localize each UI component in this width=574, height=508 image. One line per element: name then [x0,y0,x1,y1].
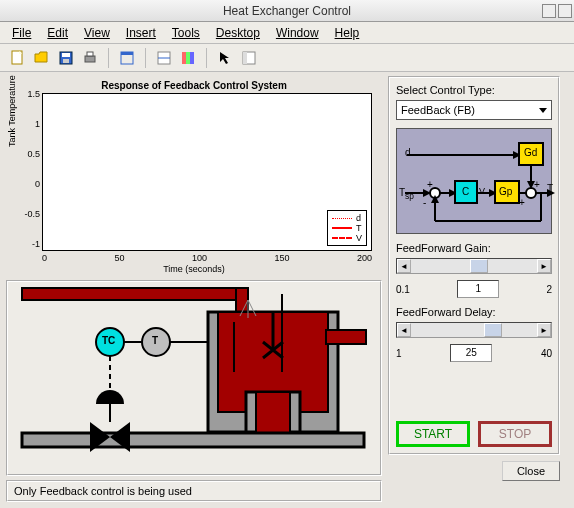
ff-gain-min: 0.1 [396,284,410,295]
left-column: Response of Feedback Control System Tank… [6,76,382,502]
stop-button[interactable]: STOP [478,421,552,447]
block-plus1: + [427,179,433,190]
chevron-down-icon [539,108,547,113]
svg-rect-22 [326,330,366,344]
gridplot-icon[interactable] [239,48,259,68]
legend-entry: T [332,223,362,233]
select-control-label: Select Control Type: [396,84,552,96]
slider-left-arrow-icon[interactable]: ◄ [397,323,411,337]
ff-gain-slider[interactable]: ◄ ► [396,258,552,274]
block-d-label: d [405,147,411,158]
chart-axes: Tank Temperature 1.5 1 0.5 0 -0.5 -1 d T [42,93,372,251]
ff-gain-value[interactable]: 1 [457,280,499,298]
block-minus1: - [423,197,426,208]
menu-help[interactable]: Help [335,26,360,40]
block-diagram: d Gd Tsp C V Gp T + - + + [396,128,552,234]
datacursor-icon[interactable] [154,48,174,68]
open-folder-icon[interactable] [32,48,52,68]
slider-right-arrow-icon[interactable]: ► [537,259,551,273]
y-ticks: 1.5 1 0.5 0 -0.5 -1 [18,89,40,247]
block-plus3: + [519,197,525,208]
system-menu-icon[interactable] [4,4,18,18]
tc-label: TC [102,335,115,346]
ff-gain-readout: 0.1 1 2 [396,280,552,298]
chart-panel: Response of Feedback Control System Tank… [6,76,382,276]
ytick: -1 [18,239,40,247]
close-button[interactable]: Close [502,461,560,481]
ff-delay-min: 1 [396,348,402,359]
menu-file[interactable]: File [12,26,31,40]
ff-delay-max: 40 [541,348,552,359]
new-file-icon[interactable] [8,48,28,68]
print-icon[interactable] [80,48,100,68]
slider-right-arrow-icon[interactable]: ► [537,323,551,337]
toolbar-separator [206,48,207,68]
svg-rect-2 [62,53,70,57]
xtick: 200 [357,253,372,263]
block-c-label: C [462,186,469,197]
start-button[interactable]: START [396,421,470,447]
toolbar-separator [108,48,109,68]
menu-desktop[interactable]: Desktop [216,26,260,40]
svg-rect-3 [63,59,69,63]
block-plus2: + [534,179,540,190]
menu-view[interactable]: View [84,26,110,40]
menu-insert[interactable]: Insert [126,26,156,40]
control-type-select[interactable]: FeedBack (FB) [396,100,552,120]
menu-window[interactable]: Window [276,26,319,40]
legend-entry: V [332,233,362,243]
process-diagram: TC T [6,280,382,476]
svg-rect-16 [236,288,248,314]
arrow-icon[interactable] [215,48,235,68]
xtick: 50 [114,253,124,263]
slider-track[interactable] [411,259,537,273]
ff-delay-value[interactable]: 25 [450,344,492,362]
ff-delay-readout: 1 25 40 [396,344,552,362]
status-text: Only Feedback control is being used [14,485,192,497]
svg-rect-12 [190,52,194,64]
block-v-label: V [479,186,485,196]
window-buttons [542,4,572,18]
layout-icon[interactable] [117,48,137,68]
minimize-button[interactable] [542,4,556,18]
control-type-value: FeedBack (FB) [401,104,475,116]
app-window: Heat Exchanger Control File Edit View In… [0,0,574,508]
block-tsp-label: Tsp [399,187,414,201]
ytick: -0.5 [18,209,40,217]
block-gp-label: Gp [499,186,512,197]
block-gd-label: Gd [524,147,537,158]
menubar: File Edit View Insert Tools Desktop Wind… [0,22,574,44]
window-title: Heat Exchanger Control [223,4,351,18]
y-axis-label: Tank Temperature [7,75,17,147]
legend-label: d [356,213,361,223]
colorbar-icon[interactable] [178,48,198,68]
ytick: 0 [18,179,40,187]
ytick: 1 [18,119,40,127]
slider-track[interactable] [411,323,537,337]
svg-rect-4 [85,56,95,62]
menu-edit[interactable]: Edit [47,26,68,40]
ff-gain-max: 2 [546,284,552,295]
slider-thumb[interactable] [470,259,488,273]
control-panel: Select Control Type: FeedBack (FB) [388,76,560,455]
ff-gain-label: FeedForward Gain: [396,242,552,254]
xtick: 100 [192,253,207,263]
x-ticks: 0 50 100 150 200 [42,253,372,263]
save-icon[interactable] [56,48,76,68]
slider-thumb[interactable] [484,323,502,337]
t-label: T [152,335,158,346]
slider-left-arrow-icon[interactable]: ◄ [397,259,411,273]
xtick: 0 [42,253,47,263]
maximize-button[interactable] [558,4,572,18]
legend-label: T [356,223,362,233]
svg-rect-11 [186,52,190,64]
menu-tools[interactable]: Tools [172,26,200,40]
content-area: Response of Feedback Control System Tank… [0,72,574,508]
ff-delay-label: FeedForward Delay: [396,306,552,318]
ff-delay-slider[interactable]: ◄ ► [396,322,552,338]
start-stop-row: START STOP [396,413,552,447]
legend-label: V [356,233,362,243]
plot-area[interactable]: d T V [42,93,372,251]
xtick: 150 [274,253,289,263]
toolbar-separator [145,48,146,68]
